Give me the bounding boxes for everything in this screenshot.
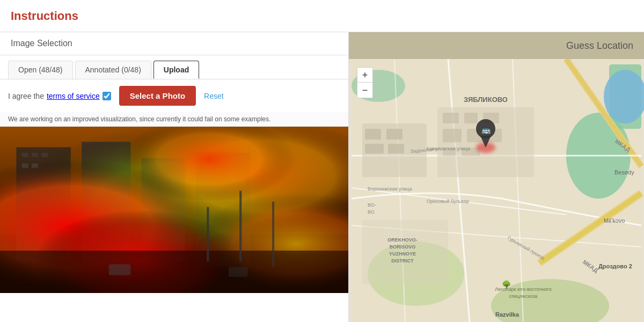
svg-text:ВО: ВО	[368, 209, 375, 215]
map-zoom-controls: + −	[357, 67, 373, 98]
tab-upload[interactable]: Upload	[153, 61, 199, 79]
svg-rect-20	[272, 202, 274, 267]
svg-text:Капиловская улица: Капиловская улица	[427, 146, 470, 151]
svg-text:DISTRICT: DISTRICT	[391, 258, 414, 264]
agree-text-prefix: I agree the	[8, 92, 44, 100]
svg-text:ВО-: ВО-	[368, 202, 376, 208]
svg-rect-22	[229, 267, 247, 276]
agree-label[interactable]: I agree the terms of service	[8, 92, 111, 100]
svg-rect-39	[443, 113, 459, 123]
svg-rect-42	[443, 129, 462, 142]
svg-text:Ореховый бульвар: Ореховый бульвар	[427, 199, 469, 204]
tab-bar: Open (48/48) Annotated (0/48) Upload	[0, 55, 348, 79]
heatmap-svg	[0, 127, 348, 293]
image-selection-header: Image Selection	[0, 32, 348, 55]
svg-rect-18	[207, 207, 209, 261]
select-photo-button[interactable]: Select a Photo	[119, 86, 196, 106]
svg-text:🚌: 🚌	[481, 126, 491, 135]
svg-rect-40	[464, 113, 478, 123]
notice-text: We are working on an improved visualizat…	[0, 112, 348, 127]
terms-link[interactable]: terms of service	[47, 92, 100, 100]
svg-text:Razvilka: Razvilka	[495, 311, 519, 318]
main-layout: Image Selection Open (48/48) Annotated (…	[0, 32, 644, 322]
agree-checkbox[interactable]	[103, 92, 111, 100]
image-selection-label: Image Selection	[11, 39, 72, 48]
svg-rect-51	[388, 144, 404, 153]
svg-text:Mil'kovo: Mil'kovo	[604, 217, 625, 224]
svg-text:ЗЯБЛИКОВО: ЗЯБЛИКОВО	[464, 96, 508, 104]
svg-text:🌳: 🌳	[502, 280, 511, 289]
tab-annotated[interactable]: Annotated (0/48)	[75, 61, 151, 79]
svg-rect-50	[365, 144, 384, 153]
svg-text:YUZHNOYE: YUZHNOYE	[389, 251, 416, 257]
svg-text:BORISOVO: BORISOVO	[390, 244, 416, 250]
svg-text:Дроздово 2: Дроздово 2	[598, 263, 632, 269]
svg-rect-19	[239, 191, 241, 262]
zoom-in-button[interactable]: +	[357, 68, 372, 83]
svg-rect-17	[0, 251, 348, 293]
right-panel: Guess Location	[349, 32, 644, 322]
map-area[interactable]: ЗЯБЛИКОВО Задонская ул. Воронежская улиц…	[349, 59, 644, 322]
page-title: Instructions	[11, 9, 78, 23]
map-header: Guess Location	[349, 32, 644, 59]
svg-rect-49	[386, 129, 402, 140]
svg-text:OREKHOVO-: OREKHOVO-	[387, 237, 418, 243]
svg-rect-21	[109, 264, 131, 275]
svg-rect-48	[365, 129, 381, 140]
reset-link[interactable]: Reset	[204, 92, 224, 100]
guess-location-label: Guess Location	[566, 40, 633, 52]
svg-text:Воронежская улица: Воронежская улица	[368, 186, 412, 192]
heatmap-area	[0, 127, 348, 293]
tab-open[interactable]: Open (48/48)	[8, 61, 73, 79]
left-panel: Image Selection Open (48/48) Annotated (…	[0, 32, 349, 322]
map-svg: ЗЯБЛИКОВО Задонская ул. Воронежская улиц…	[349, 59, 644, 322]
controls-row: I agree the terms of service Select a Ph…	[0, 79, 348, 112]
svg-text:Besedy: Besedy	[614, 169, 634, 175]
zoom-out-button[interactable]: −	[357, 83, 372, 98]
header: Instructions	[0, 0, 644, 32]
svg-text:спецлесхоза: спецлесхоза	[509, 294, 538, 299]
